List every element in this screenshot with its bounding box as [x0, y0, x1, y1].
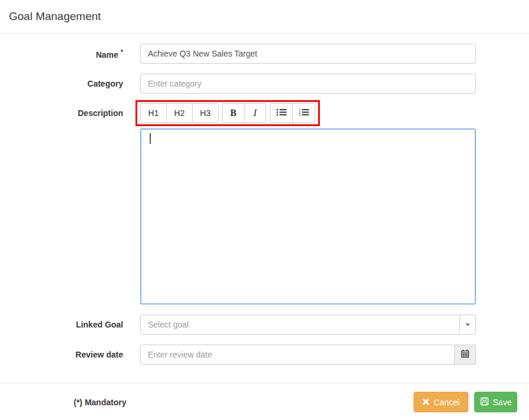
- description-toolbar-row: Description H1 H2 H3 B I: [0, 100, 529, 126]
- description-editor-wrap: [0, 128, 529, 305]
- list-ul-icon: [276, 108, 287, 118]
- category-label: Category: [0, 79, 123, 88]
- h2-button[interactable]: H2: [166, 103, 193, 123]
- save-button-label: Save: [493, 398, 512, 407]
- name-input[interactable]: [140, 44, 476, 64]
- h3-button[interactable]: H3: [192, 103, 219, 123]
- description-editor[interactable]: [140, 128, 476, 305]
- toolbar-highlight-box: H1 H2 H3 B I: [135, 100, 320, 126]
- caret-down-icon: [459, 315, 475, 334]
- calendar-icon: [461, 349, 470, 361]
- list-ol-icon: 1 2 3: [299, 108, 309, 118]
- cancel-button-label: Cancel: [434, 398, 459, 407]
- ordered-list-button[interactable]: 1 2 3: [292, 103, 315, 123]
- style-button-group: B I: [222, 103, 266, 123]
- cancel-button[interactable]: Cancel: [414, 392, 468, 412]
- name-label: Name *: [0, 48, 123, 59]
- save-button[interactable]: Save: [474, 392, 517, 412]
- review-date-label: Review date: [0, 350, 123, 359]
- linked-goal-label: Linked Goal: [0, 320, 123, 329]
- mandatory-note: (*) Mandatory: [74, 398, 126, 407]
- svg-text:3: 3: [299, 114, 300, 116]
- footer: (*) Mandatory Cancel Save: [0, 383, 529, 412]
- goal-form: Name * Category Description H1 H2 H3 B I: [0, 34, 529, 365]
- italic-button[interactable]: I: [244, 103, 266, 123]
- review-date-row: Review date: [0, 345, 529, 365]
- unordered-list-button[interactable]: [270, 103, 293, 123]
- list-button-group: 1 2 3: [270, 103, 315, 123]
- category-input[interactable]: [140, 74, 476, 94]
- description-label: Description: [0, 108, 123, 118]
- floppy-disk-icon: [480, 397, 489, 408]
- calendar-addon-button[interactable]: [455, 345, 476, 365]
- h1-button[interactable]: H1: [140, 103, 167, 123]
- x-icon: [422, 398, 429, 407]
- name-row: Name *: [0, 44, 529, 64]
- category-row: Category: [0, 74, 529, 94]
- linked-goal-placeholder: Select goal: [141, 315, 459, 334]
- action-buttons: Cancel Save: [414, 392, 517, 412]
- required-marker: *: [121, 48, 123, 55]
- review-date-input[interactable]: [140, 345, 455, 365]
- page-title: Goal Management: [9, 10, 101, 23]
- linked-goal-row: Linked Goal Select goal: [0, 315, 529, 335]
- heading-button-group: H1 H2 H3: [140, 103, 219, 123]
- text-caret: [150, 133, 151, 144]
- bold-button[interactable]: B: [222, 103, 244, 123]
- page-header: Goal Management: [0, 0, 529, 34]
- linked-goal-select[interactable]: Select goal: [140, 315, 476, 335]
